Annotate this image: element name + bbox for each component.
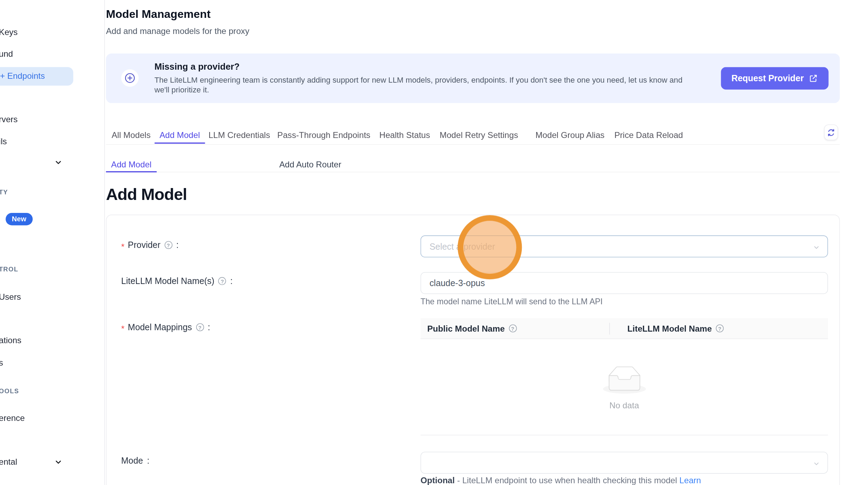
table-header: Public Model Name ? LiteLLM Model Name ? — [421, 318, 828, 339]
app-root: Keys und + Endpoints rvers ils TY New TR… — [0, 0, 868, 485]
sidebar-item-teams[interactable]: s — [0, 358, 3, 367]
add-model-form-card: * Provider ? : Select a provider LiteLLM… — [106, 215, 840, 485]
help-icon[interactable]: ? — [509, 324, 517, 332]
provider-label-text: Provider — [128, 240, 160, 250]
help-icon[interactable]: ? — [716, 324, 724, 332]
tab-health-status[interactable]: Health Status — [379, 130, 430, 140]
empty-state: No data — [421, 366, 828, 410]
column-label: Public Model Name — [427, 324, 505, 333]
tab-all-models[interactable]: All Models — [111, 130, 150, 140]
sidebar-item-endpoints[interactable]: + Endpoints — [0, 67, 73, 85]
sidebar: Keys und + Endpoints rvers ils TY New TR… — [0, 0, 105, 485]
page-title: Model Management — [106, 8, 210, 21]
tab-model-group-alias[interactable]: Model Group Alias — [535, 130, 604, 140]
mode-select[interactable] — [421, 452, 828, 474]
form-title: Add Model — [106, 185, 187, 204]
tab-add-model[interactable]: Add Model — [159, 130, 200, 140]
sidebar-item-guardrails[interactable]: ils — [0, 136, 7, 146]
plus-circle-icon — [121, 69, 139, 87]
missing-provider-banner: Missing a provider? The LiteLLM engineer… — [106, 54, 840, 103]
sidebar-item-reference[interactable]: erence — [0, 413, 25, 422]
subtab-bar: Add Model Add Auto Router — [106, 158, 840, 172]
mode-caption-bold: Optional — [421, 476, 455, 485]
model-mappings-label: * Model Mappings ? : — [121, 322, 210, 332]
banner-title: Missing a provider? — [155, 62, 240, 72]
subtab-add-auto-router[interactable]: Add Auto Router — [273, 159, 347, 169]
refresh-icon — [827, 128, 835, 137]
help-icon[interactable]: ? — [196, 323, 204, 331]
sidebar-item-endpoints-label: + Endpoints — [0, 71, 45, 81]
mode-label-text: Mode — [121, 456, 143, 466]
model-name-input[interactable]: claude-3-opus — [421, 272, 828, 294]
subtab-add-model[interactable]: Add Model — [106, 159, 157, 169]
select-chevron-icon — [813, 459, 820, 470]
empty-inbox-icon — [603, 386, 645, 395]
tab-model-retry-settings[interactable]: Model Retry Settings — [440, 130, 518, 140]
chevron-down-icon[interactable] — [54, 458, 62, 466]
mode-caption-text: - LiteLLM endpoint to use when health ch… — [455, 476, 679, 485]
column-label: LiteLLM Model Name — [627, 324, 712, 333]
chevron-down-icon[interactable] — [54, 158, 62, 167]
help-icon[interactable]: ? — [218, 277, 226, 285]
mode-label: Mode : — [121, 456, 150, 466]
model-name-label-text: LiteLLM Model Name(s) — [121, 276, 214, 286]
tab-llm-credentials[interactable]: LLM Credentials — [209, 130, 270, 140]
model-name-value: claude-3-opus — [430, 278, 485, 288]
sidebar-item-playground[interactable]: und — [0, 49, 13, 58]
label-colon: : — [230, 276, 233, 286]
new-badge: New — [6, 213, 33, 225]
required-asterisk: * — [121, 241, 124, 251]
banner-text-line2: we'll prioritize it. — [155, 85, 209, 94]
sidebar-item-servers[interactable]: rvers — [0, 115, 18, 124]
label-colon: : — [147, 456, 149, 466]
sidebar-item-keys[interactable]: Keys — [0, 27, 18, 36]
tab-bar: All Models Add Model LLM Credentials Pas… — [106, 127, 840, 145]
request-provider-button[interactable]: Request Provider — [721, 67, 829, 89]
request-provider-label: Request Provider — [731, 73, 804, 83]
tab-pass-through-endpoints[interactable]: Pass-Through Endpoints — [277, 130, 370, 140]
table-empty-body: No data — [421, 339, 828, 435]
main-content: Model Management Add and manage models f… — [106, 0, 840, 485]
sidebar-section-access-control: TROL — [0, 266, 18, 272]
tab-price-data-reload[interactable]: Price Data Reload — [614, 130, 683, 140]
refresh-button[interactable] — [824, 124, 838, 140]
banner-text-line1: The LiteLLM engineering team is constant… — [155, 76, 683, 84]
help-icon[interactable]: ? — [164, 241, 172, 249]
required-asterisk: * — [121, 324, 124, 333]
external-link-icon — [809, 74, 818, 83]
no-data-text: No data — [421, 401, 828, 410]
mode-caption: Optional - LiteLLM endpoint to use when … — [421, 476, 701, 485]
label-colon: : — [176, 240, 179, 250]
model-name-helper: The model name LiteLLM will send to the … — [421, 297, 603, 306]
column-public-model-name: Public Model Name ? — [427, 324, 517, 333]
sidebar-item-organizations[interactable]: ations — [0, 335, 21, 345]
sidebar-section-tools: OOLS — [0, 388, 19, 394]
sidebar-section-observability: TY — [0, 189, 8, 195]
sidebar-item-experimental[interactable]: ental — [0, 457, 17, 466]
select-chevron-icon — [813, 243, 820, 254]
column-divider — [609, 323, 610, 335]
provider-select[interactable]: Select a provider — [421, 235, 828, 257]
label-colon: : — [208, 322, 210, 332]
model-name-label: LiteLLM Model Name(s) ? : — [121, 276, 233, 286]
model-mappings-table: Public Model Name ? LiteLLM Model Name ? — [421, 318, 828, 436]
provider-placeholder: Select a provider — [430, 241, 495, 251]
sidebar-item-users[interactable]: Users — [0, 292, 21, 301]
column-litellm-model-name: LiteLLM Model Name ? — [627, 324, 724, 333]
model-mappings-label-text: Model Mappings — [128, 322, 192, 332]
page-subtitle: Add and manage models for the proxy — [106, 26, 249, 35]
provider-label: * Provider ? : — [121, 240, 179, 250]
learn-link[interactable]: Learn — [679, 476, 701, 485]
